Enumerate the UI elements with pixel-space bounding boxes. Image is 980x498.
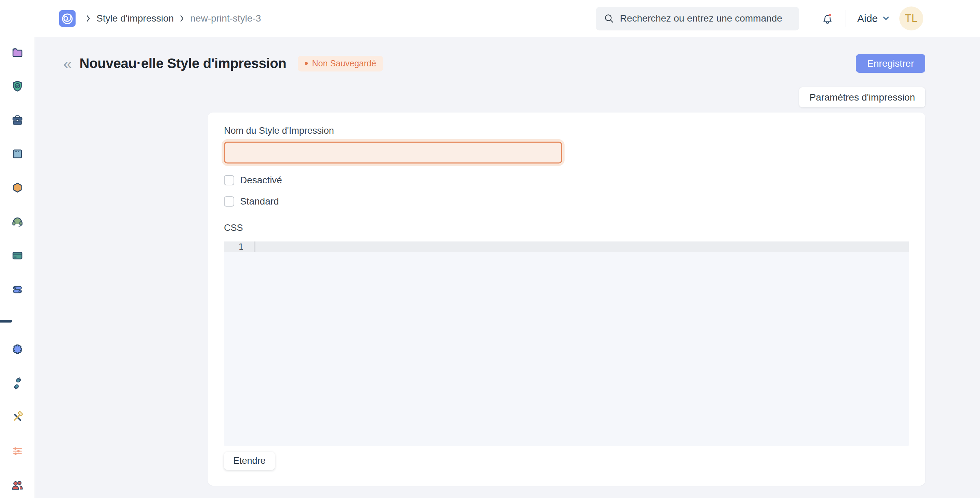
standard-checkbox-row: Standard xyxy=(224,196,909,207)
connections-toolbar: Paramètres d'impression xyxy=(35,73,980,107)
disabled-checkbox-row: Desactivé xyxy=(224,175,909,186)
briefcase-icon[interactable] xyxy=(11,113,24,127)
editor-cursor xyxy=(254,242,255,252)
navbar: Style d'impression new-print-style-3 Aid… xyxy=(0,0,980,37)
help-dropdown[interactable]: Aide xyxy=(857,13,890,24)
notifications-bell-icon[interactable] xyxy=(820,11,835,25)
breadcrumb-current-doc[interactable]: new-print-style-3 xyxy=(190,13,261,24)
name-field-label: Nom du Style d'Impression xyxy=(224,126,909,136)
folder-icon[interactable] xyxy=(11,46,24,59)
editor-line-number: 1 xyxy=(224,242,254,252)
search-icon xyxy=(603,13,614,24)
disabled-checkbox-label[interactable]: Desactivé xyxy=(240,175,282,186)
css-field-label: CSS xyxy=(224,223,909,233)
chevron-down-icon xyxy=(882,16,890,21)
main-content: « Nouveau·elle Style d'impression Non Sa… xyxy=(35,37,980,498)
disabled-checkbox[interactable] xyxy=(224,175,234,185)
save-button[interactable]: Enregistrer xyxy=(856,54,925,73)
print-settings-button[interactable]: Paramètres d'impression xyxy=(799,87,925,107)
user-avatar[interactable]: TL xyxy=(899,6,923,30)
chevron-right-icon xyxy=(178,14,186,23)
gear-icon[interactable] xyxy=(11,343,24,356)
status-badge-label: Non Sauvegardé xyxy=(312,59,376,68)
global-search[interactable] xyxy=(596,7,799,30)
breadcrumb: Style d'impression new-print-style-3 xyxy=(84,13,261,24)
sliders-icon[interactable] xyxy=(11,444,24,458)
plug-icon[interactable] xyxy=(11,377,24,390)
tools-icon[interactable] xyxy=(11,410,24,424)
standard-checkbox-label[interactable]: Standard xyxy=(240,196,279,207)
page-title: Nouveau·elle Style d'impression xyxy=(80,56,286,71)
status-badge: Non Sauvegardé xyxy=(298,56,383,72)
chevron-right-icon xyxy=(84,14,92,23)
toggles-icon[interactable] xyxy=(11,283,24,296)
shield-check-icon[interactable] xyxy=(11,80,24,93)
browser-window-icon[interactable] xyxy=(11,147,24,161)
help-label: Aide xyxy=(857,13,878,24)
search-input[interactable] xyxy=(620,13,792,24)
standard-checkbox[interactable] xyxy=(224,196,234,207)
form-card: Nom du Style d'Impression Desactivé Stan… xyxy=(208,113,925,486)
css-code-editor[interactable]: 1 xyxy=(224,242,909,445)
workspace-sidebar xyxy=(0,37,35,498)
status-dot-icon xyxy=(305,62,308,65)
sidebar-section-divider xyxy=(0,320,12,323)
card-icon[interactable] xyxy=(11,249,24,263)
editor-active-line: 1 xyxy=(224,242,909,252)
app-logo-icon[interactable] xyxy=(59,10,76,27)
headset-icon[interactable] xyxy=(11,215,24,229)
collapse-sidebar-icon[interactable]: « xyxy=(63,56,72,72)
breadcrumb-doctype-link[interactable]: Style d'impression xyxy=(96,13,174,24)
users-icon[interactable] xyxy=(11,478,24,492)
navbar-divider xyxy=(846,10,846,27)
hexagon-icon[interactable] xyxy=(11,181,24,195)
page-header: « Nouveau·elle Style d'impression Non Sa… xyxy=(35,37,980,73)
print-style-name-input[interactable] xyxy=(224,142,562,164)
expand-editor-button[interactable]: Etendre xyxy=(224,452,275,470)
